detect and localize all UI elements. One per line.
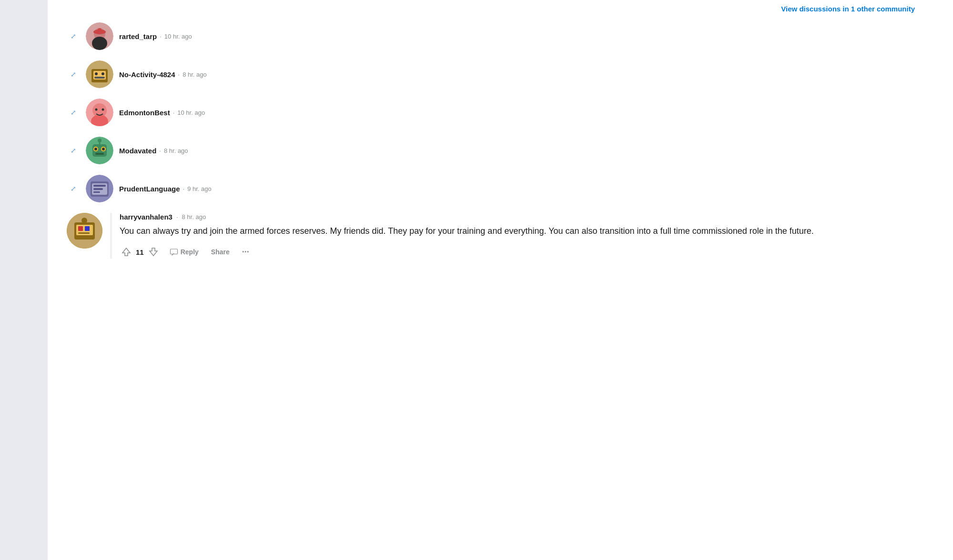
svg-point-24 <box>94 148 97 150</box>
svg-text:⤢: ⤢ <box>71 147 76 154</box>
timestamp-prudentlanguage: 9 hr. ago <box>187 185 212 192</box>
svg-rect-34 <box>93 188 103 190</box>
avatar-svg-edmontonbest <box>86 99 113 126</box>
collapse-toggle-prudentlanguage[interactable]: ⤢ <box>71 183 81 194</box>
vote-count: 11 <box>136 248 144 256</box>
avatar-prudentlanguage <box>86 175 113 202</box>
username-harryvanhalen3: harryvanhalen3 <box>120 213 172 221</box>
page-wrapper: View discussions in 1 other community ⤢ <box>0 0 953 560</box>
timestamp-no-activity: 8 hr. ago <box>182 71 207 78</box>
view-discussions-link[interactable]: View discussions in 1 other community <box>781 5 915 13</box>
expand-arrows-icon: ⤢ <box>71 145 81 156</box>
svg-rect-43 <box>170 249 177 254</box>
expand-arrows-icon: ⤢ <box>71 183 81 194</box>
expand-arrows-icon: ⤢ <box>71 69 81 80</box>
timestamp-harryvanhalen3: 8 hr. ago <box>182 213 206 220</box>
reply-button[interactable]: Reply <box>167 246 202 258</box>
avatar-svg-modavated <box>86 137 113 164</box>
comment-text-harryvanhalen3: You can always try and join the armed fo… <box>120 225 953 238</box>
comment-meta-edmontonbest: EdmontonBest · 10 hr. ago <box>119 109 205 117</box>
timestamp-modavated: 8 hr. ago <box>164 147 188 154</box>
svg-rect-12 <box>94 77 105 79</box>
avatar-svg-rarted-tarp <box>86 22 113 50</box>
reply-label: Reply <box>181 248 199 256</box>
avatar-svg-harryvanhalen3 <box>67 213 102 249</box>
vote-section: 11 <box>120 245 160 259</box>
comments-list: ⤢ rarted_tarp · 10 hr. ago <box>48 22 953 259</box>
avatar-modavated <box>86 137 113 164</box>
comment-body-harryvanhalen3: harryvanhalen3 · 8 hr. ago You can alway… <box>110 213 953 259</box>
top-link-container: View discussions in 1 other community <box>48 0 953 22</box>
expand-arrows-icon: ⤢ <box>71 107 81 118</box>
username-rarted-tarp: rarted_tarp <box>119 32 157 40</box>
svg-point-3 <box>92 37 107 50</box>
svg-rect-39 <box>78 226 83 231</box>
collapse-toggle-modavated[interactable]: ⤢ <box>71 145 81 156</box>
collapse-toggle-edmontonbest[interactable]: ⤢ <box>71 107 81 118</box>
share-button[interactable]: Share <box>208 246 233 258</box>
svg-rect-26 <box>95 153 104 155</box>
svg-point-11 <box>101 72 104 75</box>
share-label: Share <box>211 248 230 256</box>
svg-point-17 <box>95 109 98 111</box>
comment-row-modavated: ⤢ Mo <box>71 137 953 164</box>
avatar-svg-no-activity <box>86 60 113 88</box>
comment-row-edmontonbest: ⤢ EdmontonBest · 10 hr. <box>71 99 953 126</box>
expand-arrows-icon: ⤢ <box>71 31 81 41</box>
username-prudentlanguage: PrudentLanguage <box>119 185 180 193</box>
comment-meta-modavated: Modavated · 8 hr. ago <box>119 147 188 155</box>
avatar-edmontonbest <box>86 99 113 126</box>
username-modavated: Modavated <box>119 147 156 155</box>
comment-meta-rarted-tarp: rarted_tarp · 10 hr. ago <box>119 32 192 40</box>
more-icon: ··· <box>242 247 249 257</box>
svg-point-42 <box>81 218 87 223</box>
timestamp-edmontonbest: 10 hr. ago <box>177 109 205 116</box>
svg-rect-40 <box>85 226 90 231</box>
more-options-button[interactable]: ··· <box>239 246 252 258</box>
timestamp-rarted-tarp: 10 hr. ago <box>164 33 192 40</box>
avatar-harryvanhalen3 <box>67 213 102 249</box>
comment-row-prudentlanguage: ⤢ PrudentLanguage · 9 h <box>71 175 953 202</box>
downvote-button[interactable] <box>147 245 160 259</box>
main-content: View discussions in 1 other community ⤢ <box>48 0 953 560</box>
svg-point-25 <box>102 148 105 150</box>
svg-point-5 <box>98 28 101 32</box>
collapse-toggle-no-activity[interactable]: ⤢ <box>71 69 81 80</box>
comment-row-rarted-tarp: ⤢ rarted_tarp · 10 hr. ago <box>71 22 953 50</box>
svg-rect-33 <box>93 185 106 187</box>
comment-meta-no-activity: No-Activity-4824 · 8 hr. ago <box>119 70 207 79</box>
svg-text:⤢: ⤢ <box>71 185 76 192</box>
collapse-toggle-rarted-tarp[interactable]: ⤢ <box>71 31 81 41</box>
svg-text:⤢: ⤢ <box>71 32 76 40</box>
username-no-activity: No-Activity-4824 <box>119 70 175 79</box>
upvote-button[interactable] <box>120 245 133 259</box>
svg-point-10 <box>95 72 98 75</box>
comment-row-harryvanhalen3: harryvanhalen3 · 8 hr. ago You can alway… <box>67 213 953 259</box>
reply-icon <box>170 248 178 256</box>
comment-header-harryvanhalen3: harryvanhalen3 · 8 hr. ago <box>120 213 953 221</box>
username-edmontonbest: EdmontonBest <box>119 109 170 117</box>
upvote-icon <box>121 246 132 258</box>
svg-rect-41 <box>78 232 90 234</box>
svg-rect-35 <box>93 191 100 193</box>
comment-meta-prudentlanguage: PrudentLanguage · 9 hr. ago <box>119 185 212 193</box>
avatar-rarted-tarp <box>86 22 113 50</box>
action-bar-harryvanhalen3: 11 Reply <box>120 245 953 259</box>
svg-text:⤢: ⤢ <box>71 70 76 78</box>
svg-point-18 <box>102 109 104 111</box>
svg-text:⤢: ⤢ <box>71 109 76 116</box>
avatar-svg-prudentlanguage <box>86 175 113 202</box>
avatar-no-activity <box>86 60 113 88</box>
svg-point-28 <box>98 139 101 142</box>
left-sidebar <box>0 0 48 560</box>
comment-row-no-activity: ⤢ No-Activity-4824 · 8 <box>71 60 953 88</box>
downvote-icon <box>148 246 159 258</box>
